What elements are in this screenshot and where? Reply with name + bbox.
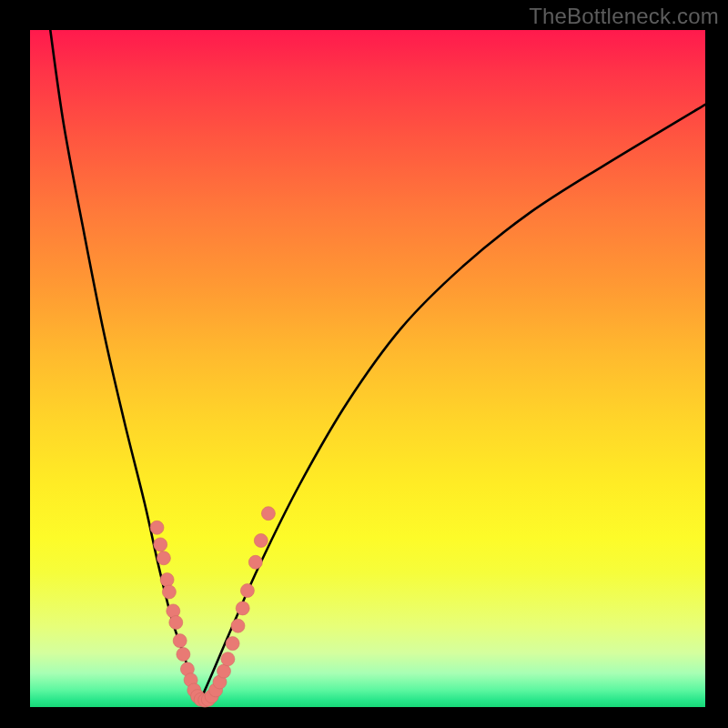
sample-dot (236, 602, 249, 615)
sample-dot (169, 616, 183, 630)
curve-left (50, 30, 198, 703)
curve-right (199, 105, 706, 704)
sample-dot (231, 619, 245, 632)
sample-dot (240, 584, 254, 598)
sample-dot (160, 573, 174, 587)
sample-dots (150, 507, 275, 707)
chart-stage: TheBottleneck.com (0, 0, 728, 728)
sample-dot (154, 538, 167, 551)
watermark-text: TheBottleneck.com (529, 4, 719, 29)
curve-layer (30, 30, 705, 707)
sample-dot (150, 521, 164, 534)
sample-dot (177, 648, 190, 662)
plot-area (30, 30, 705, 707)
sample-dot (254, 534, 268, 548)
sample-dot (173, 634, 187, 648)
sample-dot (221, 652, 235, 666)
sample-dot (248, 555, 262, 569)
sample-dot (162, 585, 176, 599)
sample-dot (261, 507, 275, 521)
sample-dot (157, 551, 170, 565)
sample-dot (226, 637, 239, 651)
sample-dot (217, 664, 231, 678)
